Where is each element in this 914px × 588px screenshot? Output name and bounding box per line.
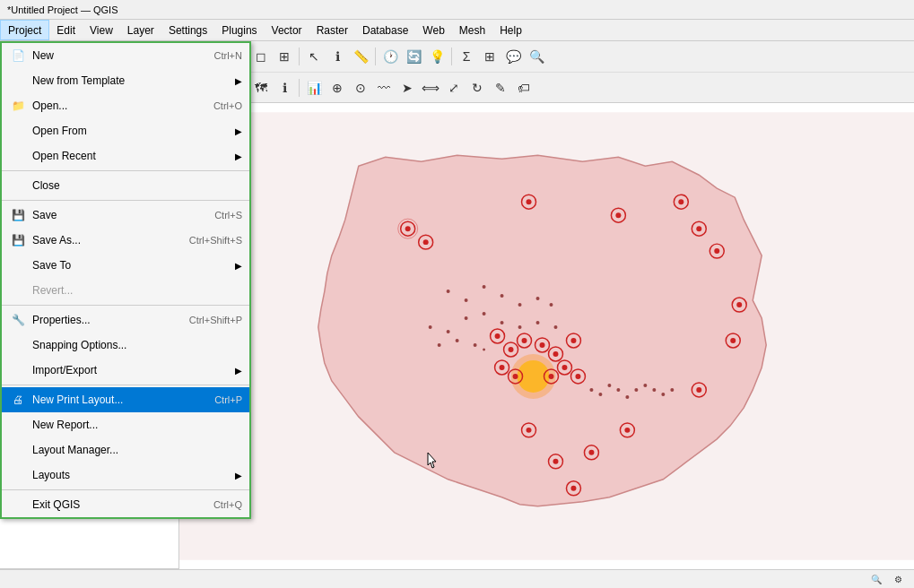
svg-point-68: [447, 330, 450, 333]
snapping-icon: [9, 336, 27, 354]
menu-item-import-export-label: Import/Export: [32, 364, 228, 376]
menu-database[interactable]: Database: [355, 20, 415, 40]
svg-point-29: [553, 351, 558, 357]
menu-item-save-to[interactable]: Save To ▶: [2, 253, 249, 278]
menu-layer[interactable]: Layer: [120, 20, 161, 40]
menu-item-save-shortcut: Ctrl+S: [214, 210, 242, 220]
chat-btn[interactable]: 💬: [502, 46, 524, 67]
info-btn[interactable]: 💡: [426, 46, 448, 67]
menu-edit[interactable]: Edit: [49, 20, 83, 40]
exit-icon: [9, 496, 27, 514]
svg-point-82: [670, 388, 674, 392]
menu-item-save-as[interactable]: 💾 Save As... Ctrl+Shift+S: [2, 228, 249, 253]
svg-point-7: [527, 199, 532, 204]
menu-raster[interactable]: Raster: [309, 20, 355, 40]
menu-item-open[interactable]: 📁 Open... Ctrl+O: [2, 93, 249, 118]
search-btn[interactable]: 🔍: [526, 46, 547, 67]
svg-point-80: [652, 388, 656, 392]
zoom-layer-btn[interactable]: ◻: [250, 46, 272, 67]
sep-t5: [451, 48, 452, 65]
measure-btn[interactable]: 📏: [350, 46, 371, 67]
identify-btn[interactable]: ℹ: [326, 46, 348, 67]
menu-item-exit[interactable]: Exit QGIS Ctrl+Q: [2, 492, 249, 517]
map-container: [179, 103, 914, 569]
svg-point-81: [661, 393, 665, 396]
svg-point-62: [483, 312, 486, 316]
menu-mesh[interactable]: Mesh: [452, 20, 492, 40]
menu-item-new-report[interactable]: New Report...: [2, 412, 249, 437]
node-btn[interactable]: ⊙: [350, 77, 371, 99]
new-report-icon: [9, 416, 27, 434]
zoom-status-btn[interactable]: 🔍: [868, 572, 884, 588]
menu-item-snapping[interactable]: Snapping Options...: [2, 333, 249, 358]
svg-point-19: [730, 338, 736, 343]
menu-vector[interactable]: Vector: [265, 20, 309, 40]
map-area[interactable]: [179, 103, 914, 569]
menu-item-new-template[interactable]: New from Template ▶: [2, 68, 249, 93]
menu-item-import-export[interactable]: Import/Export ▶: [2, 358, 249, 383]
svg-point-70: [456, 339, 459, 342]
annotate-btn[interactable]: ✎: [490, 77, 511, 99]
menu-item-new-print-layout[interactable]: 🖨 New Print Layout... Ctrl+P: [2, 387, 249, 412]
new-template-icon: [9, 72, 27, 90]
menu-project[interactable]: Project: [0, 20, 49, 40]
revert-icon: [9, 281, 27, 299]
open-icon: 📁: [9, 97, 27, 115]
menu-item-open-from[interactable]: Open From ▶: [2, 118, 249, 143]
osm-btn[interactable]: 🗺: [250, 77, 272, 99]
menu-item-open-shortcut: Ctrl+O: [213, 100, 242, 111]
arrow-btn[interactable]: ➤: [396, 77, 418, 99]
render-btn[interactable]: ⚙: [890, 572, 906, 588]
menu-item-snapping-label: Snapping Options...: [32, 339, 242, 351]
open-from-icon: [9, 122, 27, 140]
chart-btn[interactable]: 📊: [303, 77, 325, 99]
status-bar: 🔍 ⚙: [0, 569, 914, 588]
menu-item-new[interactable]: 📄 New Ctrl+N: [2, 43, 249, 68]
svg-point-73: [589, 388, 593, 392]
menu-item-layout-manager[interactable]: Layout Manager...: [2, 437, 249, 463]
spatial-btn[interactable]: ⊕: [326, 77, 348, 99]
select-btn[interactable]: ↖: [303, 46, 325, 67]
menu-plugins[interactable]: Plugins: [214, 20, 264, 40]
menu-view[interactable]: View: [83, 20, 120, 40]
svg-point-41: [575, 374, 580, 379]
scale-btn[interactable]: ⤢: [443, 77, 465, 99]
svg-point-64: [518, 325, 522, 329]
svg-point-60: [549, 303, 553, 307]
svg-point-74: [607, 384, 611, 387]
menu-item-close[interactable]: Close: [2, 173, 249, 198]
svg-point-49: [588, 450, 594, 455]
menu-settings[interactable]: Settings: [161, 20, 214, 40]
refresh-btn[interactable]: 🔄: [403, 46, 424, 67]
zoom-select-btn[interactable]: ⊞: [274, 46, 295, 67]
svg-point-63: [501, 321, 504, 324]
svg-point-75: [598, 393, 602, 396]
curve-btn[interactable]: 〰: [373, 77, 395, 99]
svg-point-11: [678, 199, 683, 204]
menu-web[interactable]: Web: [415, 20, 451, 40]
menu-item-properties[interactable]: 🔧 Properties... Ctrl+Shift+P: [2, 307, 249, 333]
menu-item-save[interactable]: 💾 Save Ctrl+S: [2, 203, 249, 228]
menu-item-layouts[interactable]: Layouts ▶: [2, 463, 249, 488]
save-as-icon: 💾: [9, 231, 27, 249]
menu-help[interactable]: Help: [492, 20, 529, 40]
sigma-btn[interactable]: Σ: [456, 46, 477, 67]
rotate2-btn[interactable]: ↻: [466, 77, 488, 99]
clock-btn[interactable]: 🕐: [379, 46, 401, 67]
new-print-layout-icon: 🖨: [9, 391, 27, 409]
menu-item-open-recent[interactable]: Open Recent ▶: [2, 143, 249, 169]
grid-btn[interactable]: ⊞: [479, 46, 501, 67]
menu-item-properties-shortcut: Ctrl+Shift+P: [189, 315, 242, 325]
close-icon: [9, 177, 27, 195]
svg-point-13: [696, 226, 701, 231]
move-btn[interactable]: ⟺: [420, 77, 441, 99]
svg-point-76: [616, 388, 620, 392]
svg-point-15: [714, 248, 719, 254]
menu-item-close-label: Close: [32, 179, 242, 192]
label-btn[interactable]: 🏷: [513, 77, 535, 99]
new-icon: 📄: [9, 47, 27, 65]
plugin2-btn[interactable]: ℹ: [274, 77, 295, 99]
save-to-arrow: ▶: [235, 261, 242, 271]
open-from-arrow: ▶: [235, 126, 242, 136]
menu-item-new-template-label: New from Template: [32, 74, 228, 87]
